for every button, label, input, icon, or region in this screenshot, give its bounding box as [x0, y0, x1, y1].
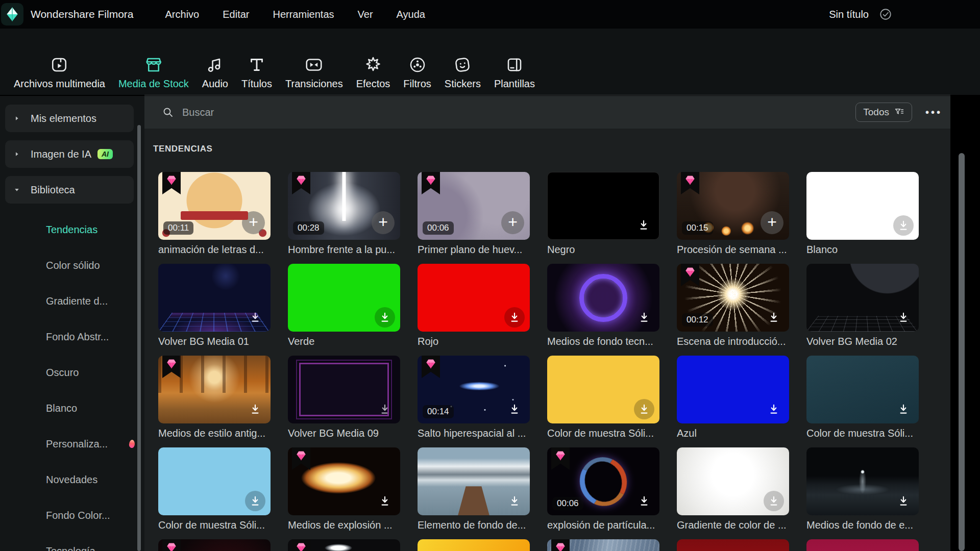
- media-thumbnail[interactable]: [547, 172, 659, 240]
- add-to-timeline-button[interactable]: +: [242, 211, 265, 234]
- saved-check-icon[interactable]: [879, 8, 892, 21]
- media-thumbnail[interactable]: [677, 356, 789, 423]
- media-thumbnail[interactable]: [158, 447, 271, 515]
- download-button[interactable]: [764, 491, 784, 511]
- media-thumbnail[interactable]: [158, 264, 271, 332]
- download-button[interactable]: [504, 307, 525, 328]
- media-thumbnail[interactable]: [806, 539, 919, 551]
- more-options-button[interactable]: •••: [925, 107, 942, 118]
- sidebar-item-personaliza[interactable]: Personaliza...: [0, 426, 144, 462]
- media-thumbnail[interactable]: [418, 447, 530, 515]
- tab-filtros[interactable]: Filtros: [397, 56, 437, 90]
- tab-plantillas[interactable]: Plantillas: [487, 56, 542, 90]
- tab-archivos-multimedia[interactable]: Archivos multimedia: [7, 56, 112, 90]
- tab-efectos[interactable]: Efectos: [350, 56, 397, 90]
- sidebar-item-gradiente-d[interactable]: Gradiente d...: [0, 283, 144, 319]
- flame-icon: [129, 439, 135, 448]
- media-thumbnail[interactable]: [158, 356, 271, 423]
- sidebar-item-blanco[interactable]: Blanco: [0, 390, 144, 426]
- media-card: Medios de fondo tecn...: [547, 264, 659, 348]
- stock-media-icon: [144, 56, 163, 74]
- filter-button[interactable]: Todos: [855, 103, 912, 122]
- media-thumbnail[interactable]: [547, 356, 659, 423]
- tab-stickers[interactable]: Stickers: [438, 56, 487, 90]
- media-card: [158, 539, 271, 551]
- media-thumbnail[interactable]: [288, 539, 400, 551]
- add-to-timeline-button[interactable]: +: [501, 211, 524, 234]
- download-button[interactable]: [634, 399, 654, 419]
- download-button[interactable]: [893, 215, 914, 236]
- sidebar-section-imagen-de-ia[interactable]: Imagen de IAAI: [5, 140, 134, 168]
- media-thumbnail[interactable]: 00:14: [418, 356, 530, 423]
- menu-item-ver[interactable]: Ver: [358, 9, 373, 20]
- sidebar-item-tecnologia[interactable]: Tecnología: [0, 533, 144, 551]
- download-button[interactable]: [893, 307, 914, 328]
- download-button[interactable]: [245, 491, 265, 511]
- content-scrollbar[interactable]: [959, 153, 965, 551]
- sidebar-item-fondo-color[interactable]: Fondo Color...: [0, 497, 144, 533]
- add-to-timeline-button[interactable]: +: [372, 211, 395, 234]
- media-thumbnail[interactable]: [677, 539, 789, 551]
- download-button[interactable]: [375, 399, 395, 419]
- titles-icon: [248, 56, 266, 74]
- download-button[interactable]: [634, 307, 654, 328]
- media-thumbnail[interactable]: [806, 264, 919, 332]
- filters-icon: [408, 56, 427, 74]
- sidebar-item-fondo-abstr[interactable]: Fondo Abstr...: [0, 319, 144, 355]
- download-button[interactable]: [375, 491, 395, 511]
- download-button[interactable]: [893, 491, 914, 511]
- menu-item-editar[interactable]: Editar: [223, 9, 249, 20]
- menu-item-herramientas[interactable]: Herramientas: [273, 9, 334, 20]
- sidebar-section-mis-elementos[interactable]: Mis elementos: [5, 105, 134, 132]
- tab-transiciones[interactable]: Transiciones: [279, 56, 350, 90]
- media-thumbnail[interactable]: [288, 264, 400, 332]
- media-thumbnail[interactable]: 00:12: [677, 264, 789, 332]
- download-button[interactable]: [764, 399, 784, 419]
- media-thumbnail[interactable]: 00:11+: [158, 172, 271, 240]
- media-thumbnail[interactable]: [418, 264, 530, 332]
- diamond-icon: [425, 359, 436, 378]
- media-thumbnail[interactable]: 00:06+: [418, 172, 530, 240]
- add-to-timeline-button[interactable]: +: [761, 211, 783, 234]
- download-button[interactable]: [504, 491, 525, 511]
- media-thumbnail[interactable]: [288, 356, 400, 423]
- download-button[interactable]: [504, 399, 525, 419]
- media-thumbnail[interactable]: [547, 539, 659, 551]
- ai-badge: AI: [97, 149, 113, 159]
- download-button[interactable]: [245, 399, 265, 419]
- sidebar-item-tendencias[interactable]: Tendencias: [0, 212, 144, 247]
- sidebar-section-biblioteca[interactable]: Biblioteca: [5, 176, 134, 204]
- duration-chip: 00:12: [682, 313, 713, 327]
- search-input[interactable]: [182, 107, 769, 118]
- media-thumbnail[interactable]: [806, 172, 919, 240]
- media-thumbnail[interactable]: 00:06: [547, 447, 659, 515]
- menu-item-archivo[interactable]: Archivo: [165, 9, 200, 20]
- sidebar-item-color-solido[interactable]: Color sólido: [0, 247, 144, 283]
- media-thumbnail[interactable]: [806, 447, 919, 515]
- media-thumbnail[interactable]: [806, 356, 919, 423]
- media-thumbnail[interactable]: 00:28+: [288, 172, 400, 240]
- download-button[interactable]: [764, 307, 784, 328]
- sidebar-item-novedades[interactable]: Novedades: [0, 462, 144, 497]
- download-button[interactable]: [375, 307, 395, 328]
- media-thumbnail[interactable]: 00:15+: [677, 172, 789, 240]
- tab-media-de-stock[interactable]: Media de Stock: [112, 56, 195, 90]
- download-button[interactable]: [634, 491, 654, 511]
- media-thumbnail[interactable]: [547, 264, 659, 332]
- sidebar-item-oscuro[interactable]: Oscuro: [0, 355, 144, 390]
- download-button[interactable]: [633, 215, 654, 235]
- media-thumbnail[interactable]: [677, 447, 789, 515]
- menu-item-ayuda[interactable]: Ayuda: [397, 9, 425, 20]
- sidebar-item-label: Blanco: [46, 403, 77, 414]
- toolbar-divider: [144, 95, 950, 95]
- tab-titulos[interactable]: Títulos: [235, 56, 279, 90]
- download-button[interactable]: [245, 307, 265, 328]
- transitions-icon: [305, 56, 323, 74]
- sidebar-scrollbar[interactable]: [137, 125, 141, 551]
- tab-audio[interactable]: Audio: [195, 56, 235, 90]
- download-button[interactable]: [893, 399, 914, 419]
- media-thumbnail[interactable]: [158, 539, 271, 551]
- media-thumbnail[interactable]: [418, 539, 530, 551]
- media-thumbnail[interactable]: [288, 447, 400, 515]
- media-card: Blanco: [806, 172, 919, 256]
